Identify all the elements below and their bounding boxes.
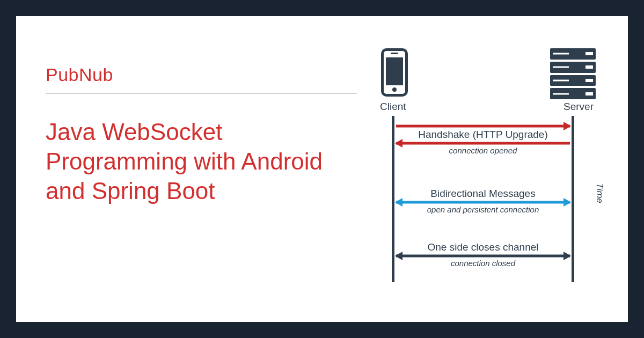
brand-logo: PubNub (46, 64, 357, 93)
arrow-bidirectional (396, 201, 570, 204)
server-lifeline (572, 116, 574, 282)
diagram-canvas: PubNub Java WebSocket Programming with A… (16, 16, 628, 322)
msg-close: One side closes channel connection close… (396, 241, 570, 268)
msg-bidirectional: Bidirectional Messages open and persiste… (396, 188, 570, 214)
msg-handshake-primary: Handshake (HTTP Upgrade) (396, 129, 570, 141)
server-label: Server (564, 101, 594, 113)
page-title: Java WebSocket Programming with Android … (46, 117, 357, 205)
text-column: PubNub Java WebSocket Programming with A… (46, 64, 357, 205)
time-axis-label: Time (594, 183, 605, 203)
server-rack-icon (550, 48, 596, 99)
client-lifeline (392, 116, 394, 282)
msg-handshake-secondary: connection opened (396, 146, 570, 155)
client-phone-icon (381, 48, 408, 97)
msg-bidirectional-secondary: open and persistent connection (396, 205, 570, 214)
divider (46, 93, 357, 93)
msg-handshake: Handshake (HTTP Upgrade) connection open… (396, 123, 570, 155)
msg-bidirectional-primary: Bidirectional Messages (396, 188, 570, 200)
arrow-request (396, 124, 570, 128)
arrow-response (396, 142, 570, 145)
msg-close-secondary: connection closed (396, 259, 570, 268)
client-label: Client (380, 101, 406, 113)
arrow-close (396, 254, 570, 258)
sequence-diagram: Client Server Time Handshake (HTTP Upgra… (365, 48, 606, 295)
msg-close-primary: One side closes channel (396, 241, 570, 253)
